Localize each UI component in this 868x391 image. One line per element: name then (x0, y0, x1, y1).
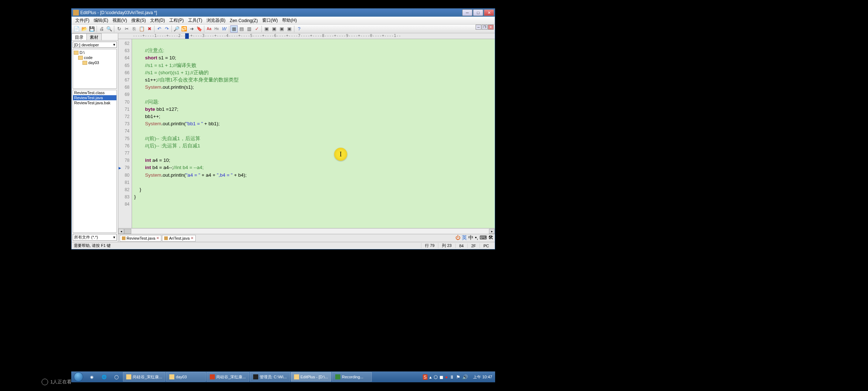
tray-icon[interactable]: ▴ (429, 374, 432, 380)
open-file-icon[interactable]: 📂 (81, 25, 88, 33)
pinned-app-icon[interactable]: 🌐 (98, 372, 110, 382)
tray-icon[interactable]: ◼ (439, 374, 443, 380)
file-item[interactable]: ReviewTest.java.bak (73, 100, 116, 105)
goto-icon[interactable]: ➜ (188, 25, 195, 33)
view3-icon[interactable]: ▥ (246, 25, 253, 33)
panel1-icon[interactable]: ▣ (263, 25, 270, 33)
taskbar-item[interactable]: 尚硅谷_宋红康... (123, 372, 165, 382)
doc-close-button[interactable]: ✕ (488, 25, 494, 30)
panel4-icon[interactable]: ▣ (286, 25, 293, 33)
tray-icon[interactable]: ⬡ (434, 374, 438, 380)
view2-icon[interactable]: ▤ (238, 25, 245, 33)
scroll-right-button[interactable]: ▸ (489, 229, 495, 234)
scroll-thumb[interactable] (124, 229, 131, 234)
folder-item[interactable]: day03 (74, 60, 116, 65)
close-tab-icon[interactable]: ✕ (156, 236, 159, 240)
taskbar-item[interactable]: day03 (166, 372, 206, 382)
pinned-chrome-icon[interactable]: ◯ (110, 372, 123, 382)
tray-sogou-icon[interactable]: S (423, 374, 427, 380)
redo-icon[interactable]: ↷ (163, 25, 170, 33)
ime-punct-icon[interactable]: •, (475, 235, 478, 241)
menu-file[interactable]: 文件(F) (73, 17, 92, 24)
taskbar-item[interactable]: 管理员: C:\Wi... (250, 372, 290, 382)
menu-window[interactable]: 窗口(W) (260, 17, 280, 24)
file-item-selected[interactable]: ReviewTest.java (73, 95, 116, 100)
print-icon[interactable]: 🖨 (98, 25, 105, 33)
drive-select[interactable]: [D:] developer▾ (73, 42, 117, 48)
preview-icon[interactable]: 🔍 (106, 25, 113, 33)
tray-icon[interactable]: ⏸ (450, 374, 454, 380)
app-icon (73, 10, 79, 16)
menu-help[interactable]: 帮助(H) (280, 17, 299, 24)
menu-document[interactable]: 文档(D) (148, 17, 167, 24)
menu-view[interactable]: 视图(V) (110, 17, 129, 24)
tray-record-icon[interactable]: ● (445, 374, 448, 380)
replace-icon[interactable]: 🔁 (180, 25, 188, 33)
doc-tab[interactable]: ReviewTest.java✕ (120, 235, 161, 241)
new-file-icon[interactable]: 📄 (73, 25, 80, 33)
taskbar-item-active[interactable]: EditPlus - [D:\... (291, 372, 331, 382)
paste-icon[interactable]: 📋 (138, 25, 145, 33)
tray-volume-icon[interactable]: 🔊 (462, 374, 468, 380)
code-content[interactable]: //注意点: short s1 = 10; //s1 = s1 + 1;//编译… (132, 39, 495, 228)
filter-select[interactable]: 所有文件 (*.*)▾ (73, 234, 117, 241)
menu-search[interactable]: 搜索(S) (129, 17, 148, 24)
refresh-icon[interactable]: ↻ (115, 25, 123, 33)
minimize-button[interactable]: ─ (462, 9, 472, 16)
save-icon[interactable]: 💾 (88, 25, 95, 33)
pinned-app-icon[interactable]: ◉ (86, 372, 98, 382)
system-tray[interactable]: S ▴ ⬡ ◼ ● ⏸ ⚑ 🔊 (421, 374, 471, 380)
folder-item[interactable]: code (74, 55, 116, 60)
menu-tools[interactable]: 工具(T) (186, 17, 204, 24)
tab-materials[interactable]: 素材 (86, 33, 102, 40)
close-button[interactable]: ✕ (484, 9, 494, 16)
panel2-icon[interactable]: ▣ (271, 25, 278, 33)
doc-minimize-button[interactable]: ─ (476, 25, 481, 30)
power-icon[interactable]: ⏻ (455, 235, 460, 241)
menu-edit[interactable]: 编辑(E) (92, 17, 110, 24)
file-item[interactable]: ReviewTest.class (73, 90, 116, 95)
help-icon[interactable]: ? (295, 25, 303, 33)
menu-zen[interactable]: Zen Coding(Z) (227, 17, 260, 24)
cut-icon[interactable]: ✂ (123, 25, 130, 33)
hex-icon[interactable]: Hx (213, 25, 220, 33)
folder-tree[interactable]: D:\ code day03 (73, 49, 117, 89)
doc-tab-active[interactable]: AriTest.java✕ (162, 235, 196, 241)
view1-icon[interactable]: ▦ (230, 25, 238, 33)
doc-restore-button[interactable]: ❐ (482, 25, 488, 30)
code-pane[interactable]: 62 63 64 65 66 67 68 69 70 71 72 73 74 7… (118, 39, 495, 228)
maximize-button[interactable]: □ (473, 9, 483, 16)
copy-icon[interactable]: ⎘ (131, 25, 138, 33)
undo-icon[interactable]: ↶ (156, 25, 163, 33)
cmd-icon (253, 374, 258, 379)
status-platform: PC (480, 244, 493, 248)
folder-item[interactable]: D:\ (74, 50, 116, 55)
ime-lang-icon[interactable]: 英 (462, 235, 467, 241)
taskbar-item[interactable]: Recording... (332, 372, 372, 382)
ppt-icon (210, 374, 215, 379)
scroll-left-button[interactable]: ◂ (118, 229, 124, 234)
check-icon[interactable]: ✓ (253, 25, 260, 33)
find-icon[interactable]: 🔎 (173, 25, 180, 33)
menu-browser[interactable]: 浏览器(B) (204, 17, 227, 24)
panel3-icon[interactable]: ▣ (278, 25, 285, 33)
record-icon (335, 374, 340, 379)
close-tab-icon[interactable]: ✕ (191, 236, 193, 240)
bookmark-icon[interactable]: 🔖 (196, 25, 203, 33)
spell-icon[interactable]: Aa (205, 25, 213, 33)
delete-icon[interactable]: ✖ (146, 25, 153, 33)
tray-icon[interactable]: ⚑ (456, 374, 460, 380)
ime-mode-icon[interactable]: 中 (468, 235, 473, 241)
file-list[interactable]: ReviewTest.class ReviewTest.java ReviewT… (73, 90, 117, 233)
taskbar-item[interactable]: 尚硅谷_宋红康... (207, 372, 249, 382)
wrap-icon[interactable]: W (221, 25, 228, 33)
menu-project[interactable]: 工程(P) (167, 17, 186, 24)
titlebar[interactable]: EditPlus - [D:\code\day03\AriTest.java *… (72, 9, 495, 17)
editplus-window: EditPlus - [D:\code\day03\AriTest.java *… (71, 8, 495, 249)
ime-settings-icon[interactable]: 🛠 (488, 235, 493, 241)
taskbar-clock[interactable]: 上午 10:47 (470, 374, 495, 380)
tab-directory[interactable]: 目录 (72, 33, 87, 40)
ime-keyboard-icon[interactable]: ⌨ (480, 235, 487, 241)
h-scrollbar[interactable]: ◂ ▸ (118, 228, 495, 234)
start-button[interactable] (71, 371, 86, 382)
